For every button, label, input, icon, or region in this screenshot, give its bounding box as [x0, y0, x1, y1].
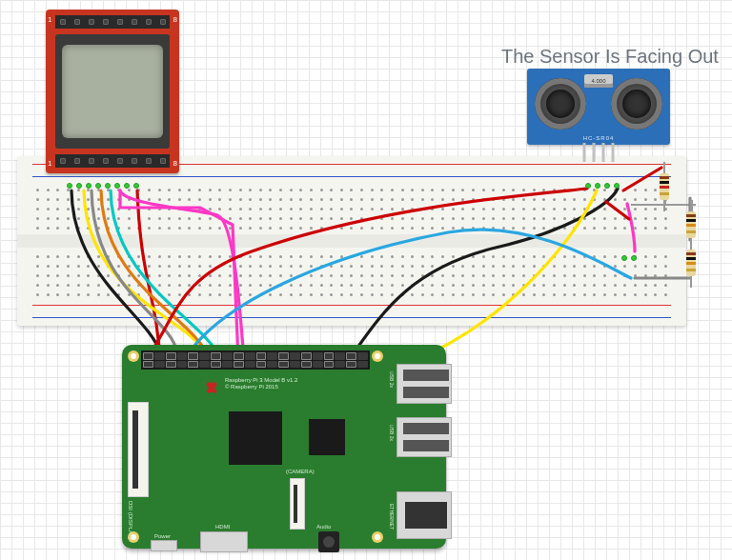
rpi-audio-label: Audio: [316, 524, 331, 530]
svg-point-4: [213, 390, 216, 393]
rpi-usb2-label: USB 2x: [389, 425, 395, 441]
rpi-soc-chip: [229, 411, 282, 465]
breadboard-tie-points: [36, 189, 667, 293]
rpi-power-label: Power: [154, 533, 171, 539]
bb-dot: [76, 183, 82, 189]
lcd-screen: [62, 45, 163, 138]
rpi-dsi-port: [128, 402, 149, 497]
svg-point-3: [207, 390, 211, 393]
rpi-dsi-label: DSI (DISPLAY): [128, 501, 133, 540]
rpi-microusb: [151, 540, 177, 551]
rpi-hdmi: [200, 531, 248, 552]
sensor-annotation-text: The Sensor Is Facing Out: [501, 46, 719, 68]
bb-dot: [67, 183, 72, 189]
lcd-pin8-label-top: 8: [173, 15, 177, 24]
raspberry-logo-icon: [204, 377, 219, 396]
bb-dot: [595, 183, 600, 189]
bb-dot: [86, 183, 92, 189]
rpi-gpio-header: [141, 350, 370, 370]
bb-dot: [95, 183, 101, 189]
hcsr04-label: HC-SR04: [583, 135, 615, 141]
lcd-pins-top: [55, 15, 170, 29]
breadboard-power-rail-bottom: [32, 303, 671, 320]
lcd-pin1-label-bot: 1: [48, 159, 51, 168]
rpi-ethernet: [396, 491, 452, 539]
rpi-ethernet-label: ETHERNET: [389, 504, 395, 530]
nokia-5110-lcd: 1 8 1 8: [46, 10, 179, 173]
bb-dot: [114, 183, 120, 189]
rpi-small-chip: [309, 419, 345, 455]
raspberry-pi-board: Raspberry Pi 3 Model B v1.2 © Raspberry …: [122, 345, 446, 549]
lcd-bezel: [55, 34, 170, 149]
bb-dot: [631, 255, 637, 261]
resistor-r1: [660, 173, 669, 200]
resistor-r3: [686, 250, 696, 276]
rpi-usb-1: [396, 364, 452, 404]
rpi-hdmi-label: HDMI: [215, 524, 230, 530]
lcd-pin1-label-top: 1: [48, 15, 51, 24]
bb-dot: [614, 183, 620, 189]
rpi-usb1-label: USB 2x: [389, 371, 395, 388]
bb-dot: [133, 183, 139, 189]
lcd-pin8-label-bot: 8: [173, 159, 177, 168]
hcsr04-crystal: 4.000: [584, 74, 613, 88]
bb-dot: [604, 183, 610, 189]
bb-dot: [621, 255, 627, 261]
resistor-r2: [686, 211, 696, 238]
lcd-pins-bottom: [55, 154, 170, 168]
hcsr04-sensor: 4.000 HC-SR04: [527, 69, 670, 145]
hcsr04-receiver-icon: [611, 78, 662, 130]
rpi-model-text: Raspberry Pi 3 Model B v1.2 © Raspberry …: [225, 377, 297, 390]
breadboard: [17, 156, 686, 326]
rpi-camera-port: [290, 478, 305, 530]
bb-dot: [124, 183, 130, 189]
hcsr04-pins: [583, 143, 615, 162]
bb-dot: [585, 183, 591, 189]
hcsr04-transmitter-icon: [535, 78, 586, 130]
rpi-camera-label: (CAMERA): [286, 469, 315, 474]
rpi-usb-2: [396, 417, 452, 457]
bb-dot: [105, 183, 111, 189]
rpi-audio-jack: [318, 531, 339, 552]
